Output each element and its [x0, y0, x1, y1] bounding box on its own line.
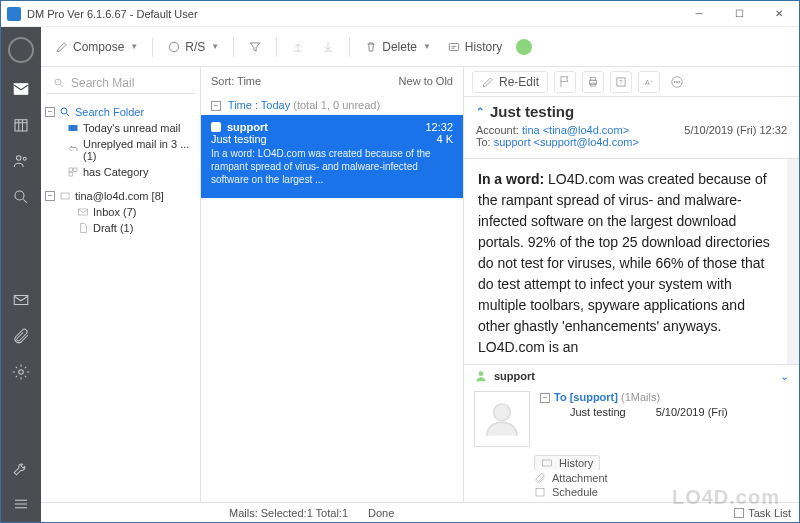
reedit-button[interactable]: Re-Edit: [472, 71, 548, 93]
search-nav-icon[interactable]: [1, 179, 41, 215]
tasklist-label: Task List: [748, 507, 791, 519]
more-icon[interactable]: [666, 71, 688, 93]
svg-rect-27: [591, 77, 596, 80]
svg-rect-9: [14, 296, 28, 305]
collapse-icon[interactable]: −: [540, 393, 550, 403]
message-subject: Just testing: [211, 133, 267, 145]
folder-has-category[interactable]: has Category: [45, 164, 196, 180]
window-controls: ─ ☐ ✕: [679, 1, 799, 27]
svg-point-35: [676, 81, 677, 82]
preview-pane: Re-Edit ? A+ ⌃ Just testing Account: tin…: [464, 67, 799, 502]
message-item[interactable]: support 12:32 Just testing 4 K In a word…: [201, 115, 463, 198]
message-group-header[interactable]: − Time : Today (total 1, 0 unread): [201, 95, 463, 115]
folder-unreplied[interactable]: Unreplyed mail in 3 ... (1): [45, 136, 196, 164]
account-label: Account:: [476, 124, 519, 136]
tools-nav-icon[interactable]: [1, 450, 41, 486]
flag-icon[interactable]: [554, 71, 576, 93]
search-placeholder: Search Mail: [71, 76, 134, 90]
nav-sidebar: [1, 27, 41, 522]
envelope-nav-icon[interactable]: [1, 282, 41, 318]
status-done: Done: [368, 507, 394, 519]
svg-rect-21: [69, 168, 73, 172]
body-text: LO4D.com was created because of the ramp…: [478, 171, 770, 355]
calendar-nav-icon[interactable]: [1, 107, 41, 143]
delete-button[interactable]: Delete ▼: [358, 36, 437, 58]
window-title: DM Pro Ver 6.1.6.67 - Default User: [27, 8, 198, 20]
search-folder-label: Search Folder: [75, 106, 144, 118]
order-label[interactable]: New to Old: [399, 75, 453, 87]
svg-point-38: [494, 404, 511, 421]
svg-line-17: [61, 85, 64, 88]
sort-label[interactable]: Sort: Time: [211, 75, 261, 87]
expand-chevron-icon[interactable]: ⌄: [780, 370, 789, 383]
close-button[interactable]: ✕: [759, 1, 799, 27]
svg-point-5: [17, 156, 22, 161]
draft-icon: [77, 222, 89, 234]
svg-text:?: ?: [619, 79, 623, 85]
folder-inbox[interactable]: Inbox (7): [45, 204, 196, 220]
preview-subject: Just testing: [490, 103, 574, 120]
search-input[interactable]: Search Mail: [47, 73, 194, 94]
svg-rect-23: [69, 173, 73, 177]
print-icon[interactable]: [582, 71, 604, 93]
tasklist-toggle[interactable]: Task List: [734, 507, 791, 519]
font-icon[interactable]: A+: [638, 71, 660, 93]
search-folder-icon: [59, 106, 71, 118]
chevron-down-icon: ▼: [423, 42, 431, 51]
collapse-icon[interactable]: −: [45, 107, 55, 117]
folder-todays-unread[interactable]: Today's unread mail: [45, 120, 196, 136]
svg-rect-24: [61, 193, 69, 199]
menu-nav-icon[interactable]: [1, 486, 41, 522]
app-icon: [7, 7, 21, 21]
sender-panel: support ⌄ −To [support] (1Mails) Just te…: [464, 364, 799, 502]
attachment-nav-icon[interactable]: [1, 318, 41, 354]
svg-point-10: [19, 370, 24, 375]
collapse-icon[interactable]: −: [211, 101, 221, 111]
download-button[interactable]: [315, 36, 341, 58]
minimize-button[interactable]: ─: [679, 1, 719, 27]
status-mails: Mails: Selected:1 Total:1: [229, 507, 348, 519]
filter-button[interactable]: [242, 36, 268, 58]
preview-header: ⌃ Just testing Account: tina <tina@lo4d.…: [464, 97, 799, 159]
mail-nav-icon[interactable]: [1, 71, 41, 107]
account-root[interactable]: − tina@lo4d.com [8]: [45, 188, 196, 204]
group-label: Time : Today: [228, 99, 290, 111]
status-indicator-icon: [516, 39, 532, 55]
svg-rect-20: [69, 125, 78, 131]
avatar-icon[interactable]: [8, 37, 34, 63]
tab-schedule[interactable]: Schedule: [534, 486, 789, 498]
tab-attachment[interactable]: Attachment: [534, 472, 789, 484]
body-lead: In a word:: [478, 171, 544, 187]
rs-button[interactable]: R/S ▼: [161, 36, 225, 58]
svg-text:+: +: [650, 78, 653, 83]
tab-history-label: History: [559, 457, 593, 469]
upload-button[interactable]: [285, 36, 311, 58]
to-value[interactable]: support <support@lo4d.com>: [494, 136, 639, 148]
maximize-button[interactable]: ☐: [719, 1, 759, 27]
collapse-icon[interactable]: −: [45, 191, 55, 201]
search-folder-root[interactable]: − Search Folder: [45, 104, 196, 120]
preview-body: In a word: LO4D.com was created because …: [464, 159, 799, 364]
history-button[interactable]: History: [441, 36, 508, 58]
settings-nav-icon[interactable]: [1, 354, 41, 390]
contacts-nav-icon[interactable]: [1, 143, 41, 179]
help-icon[interactable]: ?: [610, 71, 632, 93]
svg-point-36: [679, 81, 680, 82]
compose-label: Compose: [73, 40, 124, 54]
compose-button[interactable]: Compose ▼: [49, 36, 144, 58]
account-value[interactable]: tina <tina@lo4d.com>: [522, 124, 629, 136]
folder-draft[interactable]: Draft (1): [45, 220, 196, 236]
category-icon: [67, 166, 79, 178]
collapse-chevron-icon[interactable]: ⌃: [476, 106, 484, 117]
delete-label: Delete: [382, 40, 417, 54]
to-count: (1Mails): [621, 391, 660, 403]
mail-icon: [67, 122, 79, 134]
account-icon: [59, 190, 71, 202]
chevron-down-icon: ▼: [211, 42, 219, 51]
tab-history[interactable]: History: [534, 455, 600, 470]
history-mail-subject[interactable]: Just testing: [570, 406, 626, 418]
svg-point-14: [170, 42, 179, 51]
to-support-label[interactable]: To [support]: [554, 391, 618, 403]
tab-attachment-label: Attachment: [552, 472, 608, 484]
svg-point-37: [479, 371, 484, 376]
